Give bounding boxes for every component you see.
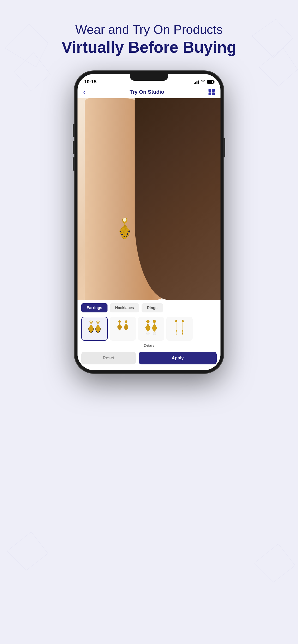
svg-point-23 xyxy=(92,331,93,332)
svg-point-28 xyxy=(95,328,96,330)
reset-button[interactable]: Reset xyxy=(81,352,136,364)
svg-point-32 xyxy=(100,328,101,330)
earring-item-2[interactable] xyxy=(110,317,136,341)
nav-title: Try On Studio xyxy=(129,89,164,95)
header-title: Virtually Before Buying xyxy=(62,38,237,57)
svg-point-49 xyxy=(153,332,156,335)
svg-point-22 xyxy=(90,332,91,333)
tab-necklaces[interactable]: Nacklaces xyxy=(110,303,139,312)
svg-point-31 xyxy=(99,331,100,332)
back-button[interactable]: ‹ xyxy=(83,88,85,96)
svg-point-55 xyxy=(182,320,184,322)
svg-point-15 xyxy=(127,233,128,235)
grid-icon[interactable] xyxy=(209,89,215,95)
phone-frame: 10:15 xyxy=(75,71,223,373)
svg-point-2 xyxy=(123,218,126,222)
details-label: Details xyxy=(77,342,221,349)
svg-rect-51 xyxy=(154,331,155,332)
svg-rect-3 xyxy=(124,222,125,224)
svg-rect-36 xyxy=(126,322,126,324)
svg-rect-48 xyxy=(154,322,155,324)
svg-point-24 xyxy=(93,328,94,330)
svg-rect-54 xyxy=(176,332,176,334)
svg-rect-27 xyxy=(98,323,98,324)
wifi-icon xyxy=(201,80,205,84)
tab-rings[interactable]: Rings xyxy=(141,303,163,312)
svg-point-45 xyxy=(147,332,147,334)
svg-rect-34 xyxy=(119,322,120,324)
earring-grid xyxy=(77,315,221,342)
signal-icon xyxy=(194,80,199,84)
svg-rect-53 xyxy=(176,322,177,330)
battery-icon xyxy=(207,80,214,84)
try-on-image xyxy=(77,98,221,300)
svg-point-0 xyxy=(203,82,203,83)
svg-point-47 xyxy=(153,320,156,323)
svg-point-50 xyxy=(154,332,154,334)
phone-outer: 10:15 xyxy=(75,71,223,373)
svg-point-21 xyxy=(89,331,90,332)
svg-point-20 xyxy=(88,328,89,330)
status-icons xyxy=(194,80,214,84)
svg-point-12 xyxy=(121,234,123,235)
header-section: Wear and Try On Products Virtually Befor… xyxy=(47,22,251,57)
action-buttons: Reset Apply xyxy=(77,349,221,365)
earring-display xyxy=(117,218,132,239)
svg-point-35 xyxy=(125,320,127,323)
apply-button[interactable]: Apply xyxy=(139,352,217,364)
svg-point-14 xyxy=(126,236,127,237)
tab-earrings[interactable]: Earrings xyxy=(81,303,107,312)
svg-rect-46 xyxy=(147,331,148,332)
status-time: 10:15 xyxy=(84,79,96,84)
svg-rect-56 xyxy=(183,322,183,330)
svg-point-16 xyxy=(128,230,130,232)
svg-point-29 xyxy=(96,331,97,332)
earring-item-1[interactable] xyxy=(81,317,108,341)
bottom-panel: Earrings Nacklaces Rings xyxy=(77,300,221,370)
svg-point-37 xyxy=(146,320,150,323)
svg-rect-38 xyxy=(147,322,148,324)
header-subtitle: Wear and Try On Products xyxy=(62,22,237,38)
svg-point-13 xyxy=(123,236,125,237)
svg-point-26 xyxy=(97,320,99,322)
earring-item-4[interactable] xyxy=(166,317,193,341)
svg-rect-57 xyxy=(182,332,183,334)
svg-point-30 xyxy=(97,332,98,333)
phone-notch xyxy=(130,74,168,81)
svg-point-11 xyxy=(120,231,121,232)
svg-point-18 xyxy=(90,320,92,322)
svg-point-52 xyxy=(175,320,177,322)
svg-point-44 xyxy=(146,332,150,335)
category-tabs: Earrings Nacklaces Rings xyxy=(77,300,221,315)
svg-point-33 xyxy=(118,320,121,323)
svg-rect-19 xyxy=(91,323,91,324)
phone-screen: 10:15 xyxy=(77,74,221,370)
hair-area xyxy=(135,98,221,300)
nav-bar: ‹ Try On Studio xyxy=(77,86,221,98)
earring-item-3[interactable] xyxy=(138,317,164,341)
